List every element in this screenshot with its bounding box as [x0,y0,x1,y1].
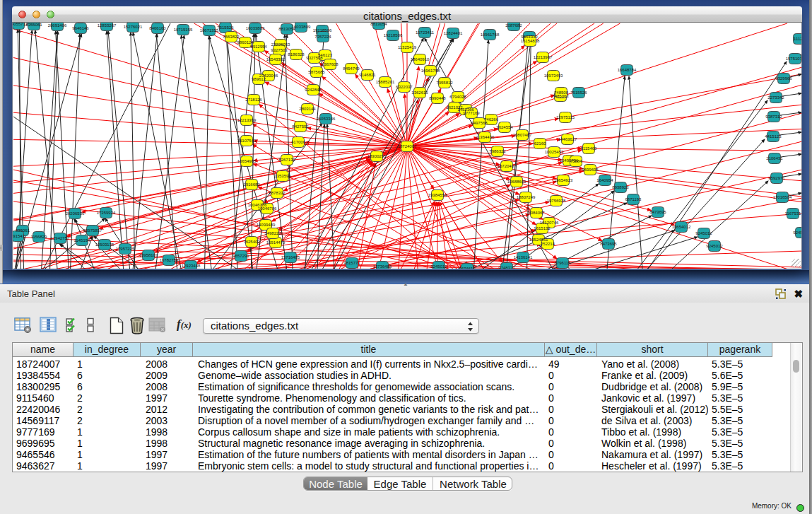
svg-text:9115460: 9115460 [581,146,598,151]
svg-text:7357224: 7357224 [314,35,331,39]
svg-text:8466160: 8466160 [149,26,166,30]
svg-text:9329966: 9329966 [775,76,792,81]
svg-text:1145194: 1145194 [74,238,91,243]
svg-text:93975857: 93975857 [83,228,102,233]
svg-text:1916682: 1916682 [243,182,260,187]
svg-text:3624554: 3624554 [496,125,513,129]
svg-text:19654923: 19654923 [554,178,573,182]
svg-text:17016504: 17016504 [773,195,792,199]
svg-text:16033809: 16033809 [292,25,311,29]
svg-text:16961758: 16961758 [421,69,440,73]
svg-text:15751074: 15751074 [786,57,802,61]
svg-text:9245012: 9245012 [695,231,712,235]
svg-text:8474612: 8474612 [459,267,476,269]
svg-text:5498222: 5498222 [264,231,281,235]
svg-text:12853267: 12853267 [98,23,117,28]
svg-text:10961768: 10961768 [481,33,500,37]
svg-text:14099489: 14099489 [257,223,276,227]
svg-text:9084067: 9084067 [528,211,545,215]
svg-text:14136141: 14136141 [514,255,533,259]
svg-text:2273342: 2273342 [767,95,784,100]
svg-text:1353594: 1353594 [274,174,291,178]
svg-text:12942757: 12942757 [51,236,70,240]
svg-text:16914479: 16914479 [266,240,286,245]
svg-text:417006: 417006 [291,140,306,144]
svg-text:8990448: 8990448 [429,96,446,100]
svg-text:15885201: 15885201 [376,80,395,84]
svg-text:252214: 252214 [541,242,555,246]
svg-text:8813054: 8813054 [370,23,387,26]
svg-text:10671355: 10671355 [200,28,219,33]
svg-text:835061: 835061 [16,228,30,233]
svg-text:15720407: 15720407 [498,164,517,168]
svg-text:7955812: 7955812 [436,81,453,85]
svg-text:17957225: 17957225 [116,247,135,251]
svg-text:16154838: 16154838 [521,39,540,43]
svg-text:20691406: 20691406 [48,23,67,28]
svg-text:18300295: 18300295 [367,154,387,158]
svg-text:26053346: 26053346 [317,117,336,121]
svg-text:8796115: 8796115 [555,261,572,265]
svg-text:17359924: 17359924 [97,211,116,215]
svg-text:7515526: 7515526 [570,90,587,95]
svg-text:10807487: 10807487 [513,133,532,137]
svg-text:19218506: 19218506 [313,28,332,33]
svg-text:16107543: 16107543 [237,139,257,143]
svg-text:12923448: 12923448 [182,264,201,268]
svg-text:9242848: 9242848 [305,88,322,92]
svg-text:7986322: 7986322 [489,149,506,153]
svg-text:62160: 62160 [534,141,546,146]
svg-text:9748321: 9748321 [498,266,515,269]
svg-text:13736485: 13736485 [373,264,392,269]
svg-text:6871193: 6871193 [625,197,642,201]
svg-text:1167531: 1167531 [785,211,802,216]
svg-text:10654012: 10654012 [672,225,691,229]
svg-text:10046786: 10046786 [258,206,277,211]
svg-text:10719155: 10719155 [174,28,193,32]
svg-text:9146821: 9146821 [359,73,376,77]
svg-text:546123: 546123 [318,53,333,57]
svg-text:8186328: 8186328 [288,52,305,57]
svg-text:2718126: 2718126 [245,98,262,102]
svg-text:2803144: 2803144 [299,107,316,111]
svg-text:9245012: 9245012 [430,264,447,269]
svg-text:12503135: 12503135 [95,243,114,247]
svg-text:6322037: 6322037 [396,85,413,89]
svg-text:8355061: 8355061 [25,23,42,27]
svg-text:989612: 989612 [252,77,266,81]
svg-text:2367608: 2367608 [322,62,339,66]
svg-text:16033809: 16033809 [246,26,265,30]
svg-text:7625402: 7625402 [243,240,260,244]
svg-text:19384554: 19384554 [428,193,447,197]
svg-text:9592971: 9592971 [768,176,785,180]
svg-text:19756928: 19756928 [547,199,566,203]
svg-text:9245012: 9245012 [706,244,723,248]
svg-text:16654985: 16654985 [237,159,257,163]
svg-text:15276021: 15276021 [124,25,143,29]
svg-text:18807249: 18807249 [517,195,536,199]
svg-text:18640910: 18640910 [411,57,430,62]
svg-text:8912954: 8912954 [250,45,267,49]
svg-text:11121: 11121 [794,37,802,41]
svg-text:18724007: 18724007 [398,144,417,148]
svg-text:15723411: 15723411 [416,30,435,35]
svg-text:1640954: 1640954 [596,178,613,182]
svg-text:1362615: 1362615 [411,90,428,95]
svg-text:746266: 746266 [484,117,499,122]
svg-text:9387312: 9387312 [765,115,782,119]
svg-text:10958107: 10958107 [139,253,158,257]
svg-text:21364436: 21364436 [476,135,495,139]
svg-text:4415123: 4415123 [765,134,782,139]
svg-text:5878332: 5878332 [269,191,286,195]
svg-text:10025453: 10025453 [545,150,564,154]
svg-text:6794028: 6794028 [449,95,466,99]
svg-text:19218506: 19218506 [384,33,403,37]
svg-text:16543382: 16543382 [266,57,286,62]
svg-text:12213369: 12213369 [237,118,257,122]
svg-text:2106431: 2106431 [766,156,783,160]
svg-text:10688609: 10688609 [507,180,526,184]
svg-text:16648784: 16648784 [618,68,637,72]
svg-text:9699695: 9699695 [582,168,599,172]
svg-text:748508: 748508 [554,90,569,95]
svg-text:75884: 75884 [570,159,582,163]
